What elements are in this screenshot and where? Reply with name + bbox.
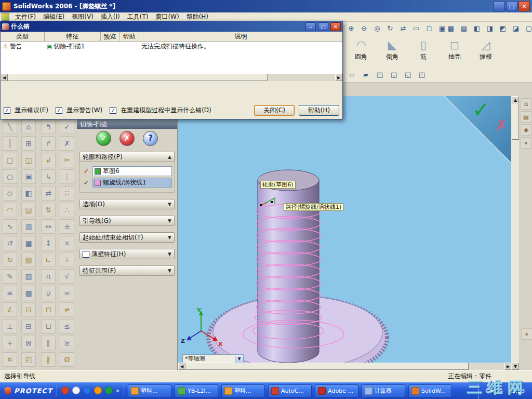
relation-tool-icon[interactable]: ⇅ — [41, 203, 56, 217]
taskbar-button[interactable]: SolidW... — [408, 384, 452, 397]
sketch-tool-icon[interactable]: ↻ — [3, 252, 17, 267]
feature-tool-icon[interactable]: ⊟ — [21, 319, 36, 334]
sketch-tool-icon[interactable]: ≡ — [3, 286, 17, 300]
relation-tool-icon[interactable]: ∩ — [41, 269, 56, 284]
quick-launch-icon[interactable] — [83, 387, 91, 394]
chamfer-button[interactable]: ◣ 倒角 — [378, 36, 407, 64]
annotation-tool-icon[interactable]: ∴ — [60, 203, 74, 217]
pm-ok-button[interactable]: ✓ — [96, 131, 111, 146]
display-style-icon[interactable]: ◩ — [497, 22, 509, 34]
feature-tool-icon[interactable]: ⊡ — [21, 302, 36, 317]
reference-tool-icon[interactable]: ◲ — [387, 68, 401, 81]
fillet-button[interactable]: ◠ 圆角 — [347, 36, 376, 64]
taskpane-icon[interactable]: « — [521, 137, 532, 149]
close-button[interactable]: ✕ — [518, 1, 530, 11]
display-style-icon[interactable]: ▦ — [445, 22, 457, 34]
sweep-path-field[interactable]: 螺旋线/涡状线1 — [92, 178, 172, 188]
annotation-tool-icon[interactable]: ÷ — [60, 252, 74, 267]
start-button[interactable]: PROTECT — [0, 382, 57, 399]
section-header-feature-scope[interactable]: 特征范围(F) ▼ — [79, 265, 175, 276]
sketch-tool-icon[interactable]: ∿ — [3, 219, 17, 234]
feature-tool-icon[interactable]: ▦ — [21, 236, 36, 250]
sketch-tool-icon[interactable]: │ — [3, 136, 17, 151]
dialog-horizontal-scrollbar[interactable]: ◀ ▶ — [1, 74, 342, 81]
display-style-icon[interactable]: ▤ — [458, 22, 470, 34]
feature-tool-icon[interactable]: ⊠ — [21, 336, 36, 350]
vertical-scroll-thumb[interactable] — [512, 103, 519, 140]
close-dialog-button[interactable]: 关闭(C) — [254, 105, 295, 116]
taskpane-icon[interactable]: ◈ — [521, 124, 532, 136]
feature-tool-icon[interactable]: ◧ — [21, 186, 36, 201]
sketch-tool-icon[interactable]: ✎ — [3, 269, 17, 284]
column-header[interactable]: 类型 — [1, 32, 45, 41]
combo-dropdown-icon[interactable]: ▼ — [235, 355, 243, 363]
shell-button[interactable]: ◻ 抽壳 — [440, 36, 469, 64]
annotation-tool-icon[interactable]: √ — [60, 269, 74, 284]
annotation-tool-icon[interactable]: ± — [60, 219, 74, 234]
sketch-tool-icon[interactable]: ∠ — [3, 302, 17, 317]
sketch-tool-icon[interactable]: ¤ — [3, 352, 17, 367]
view-orientation-combo[interactable]: *等轴测 ▼ — [182, 354, 244, 363]
display-style-icon[interactable]: ◨ — [484, 22, 496, 34]
horizontal-scroll-thumb[interactable] — [185, 363, 469, 370]
annotation-tool-icon[interactable]: ✓ — [60, 119, 74, 134]
view-tool-icon[interactable]: ◎ — [371, 22, 383, 34]
pen-tray-icon[interactable]: ✎ — [498, 387, 503, 394]
relation-tool-icon[interactable]: ↱ — [41, 136, 56, 151]
scroll-left-icon[interactable]: ◀ — [1, 74, 8, 81]
scroll-right-icon[interactable]: ▶ — [504, 363, 511, 370]
section-header-tangency[interactable]: 起始处/结束处相切(T) ▼ — [79, 232, 175, 243]
path-callout[interactable]: 路径(螺旋线/涡状线1) — [284, 203, 343, 211]
sketch-tool-icon[interactable]: ◇ — [3, 186, 17, 201]
quick-launch-more-icon[interactable]: » — [116, 387, 119, 394]
view-tool-icon[interactable]: ⊕ — [345, 22, 357, 34]
error-row[interactable]: ⚠ 警告 ▣ 切除-扫描1 无法完成扫描特征操作。 — [1, 42, 342, 51]
column-header[interactable]: 特征 — [45, 32, 101, 41]
section-header-options[interactable]: 选项(O) ▼ — [79, 199, 175, 209]
display-style-icon[interactable]: ▢ — [523, 22, 532, 34]
show-warnings-checkbox[interactable]: ✓ — [56, 107, 62, 114]
dialog-maximize-button[interactable]: ▢ — [318, 22, 328, 31]
relation-tool-icon[interactable]: ⇄ — [41, 186, 56, 201]
scroll-left-icon[interactable]: ◀ — [178, 363, 185, 370]
reference-tool-icon[interactable]: ▰ — [359, 68, 373, 81]
column-header[interactable]: 预览 — [101, 32, 119, 41]
maximize-button[interactable]: ▢ — [506, 1, 517, 11]
profile-callout[interactable]: 轮廓(草图6) — [260, 181, 296, 189]
relation-tool-icon[interactable]: ↲ — [41, 153, 56, 167]
column-header[interactable]: 帮助 — [119, 32, 139, 41]
annotation-tool-icon[interactable]: ≥ — [60, 336, 74, 350]
relation-tool-icon[interactable]: ↕ — [41, 236, 56, 250]
pm-help-button[interactable]: ? — [143, 131, 158, 146]
display-style-icon[interactable]: ◪ — [510, 22, 522, 34]
viewport-vertical-scrollbar[interactable]: ▲ ▼ — [511, 96, 520, 370]
feature-tool-icon[interactable]: ⊞ — [21, 136, 36, 151]
reference-tool-icon[interactable]: ▱ — [345, 68, 358, 81]
taskbar-button[interactable]: 计算器 — [362, 384, 405, 397]
scroll-down-icon[interactable]: ▼ — [512, 363, 519, 370]
taskpane-icon[interactable]: ⌂ — [521, 98, 532, 110]
input-method-indicator[interactable]: CH — [485, 388, 494, 394]
graphics-viewport[interactable]: ✓ ✗ — [178, 96, 511, 370]
rib-button[interactable]: ▯ 筋 — [409, 36, 438, 64]
feature-tool-icon[interactable]: ⌂ — [21, 119, 36, 134]
taskbar-button[interactable]: 塑料... — [128, 384, 171, 397]
dialog-minimize-button[interactable]: – — [305, 22, 316, 31]
section-header-thin-feature[interactable]: 薄壁特征(H) ▼ — [79, 249, 175, 259]
viewport-horizontal-scrollbar[interactable]: ◀ ▶ — [178, 363, 511, 370]
relation-tool-icon[interactable]: ↳ — [41, 169, 56, 184]
quick-launch-icon[interactable] — [105, 387, 113, 394]
view-tool-icon[interactable]: ▭ — [410, 22, 422, 34]
relation-tool-icon[interactable]: ↔ — [41, 219, 56, 234]
annotation-tool-icon[interactable]: ∷ — [60, 186, 74, 201]
draft-button[interactable]: ◿ 拔模 — [471, 36, 500, 64]
relation-tool-icon[interactable]: ∟ — [41, 252, 56, 267]
relation-tool-icon[interactable]: ⊔ — [41, 319, 56, 334]
annotation-tool-icon[interactable]: ∞ — [60, 286, 74, 300]
sketch-tool-icon[interactable]: ↺ — [3, 236, 17, 250]
show-errors-checkbox[interactable]: ✓ — [4, 107, 10, 114]
sketch-tool-icon[interactable]: □ — [3, 153, 17, 167]
collapse-pane-icon[interactable]: « — [521, 328, 532, 340]
relation-tool-icon[interactable]: ∥ — [41, 336, 56, 350]
column-header[interactable]: 说明 — [139, 32, 342, 41]
